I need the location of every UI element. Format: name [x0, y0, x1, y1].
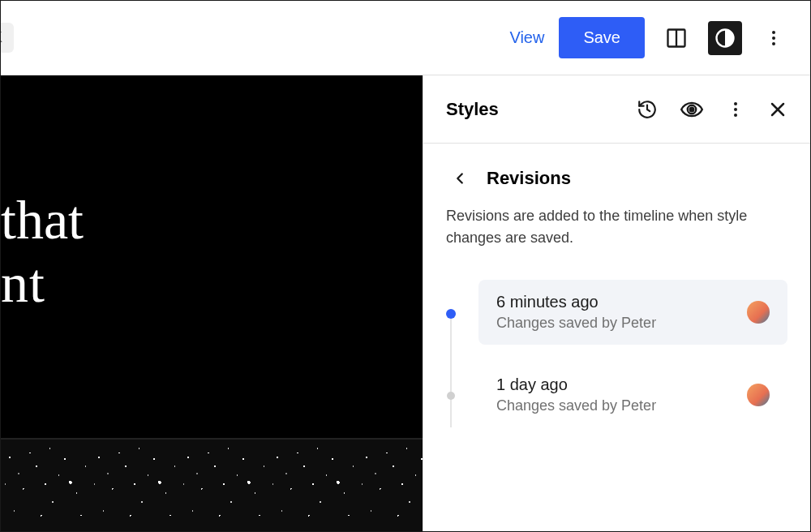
revision-time: 1 day ago	[496, 375, 736, 394]
revision-card[interactable]: 6 minutes ago Changes saved by Peter	[478, 280, 787, 345]
revision-author: Changes saved by Peter	[496, 315, 736, 332]
topbar-right: View Save	[509, 17, 791, 58]
panel-description: Revisions are added to the timeline when…	[446, 205, 787, 249]
svg-point-9	[734, 114, 737, 117]
sidebar-title: Styles	[446, 99, 637, 120]
revisions-timeline: 6 minutes ago Changes saved by Peter 1 d…	[446, 280, 787, 427]
top-toolbar: K View Save	[1, 1, 810, 75]
sidebar-header: Styles	[423, 75, 810, 144]
svg-point-7	[734, 102, 737, 105]
more-options-icon[interactable]	[757, 21, 791, 55]
svg-point-3	[772, 31, 775, 34]
svg-point-6	[689, 106, 695, 112]
revision-card[interactable]: 1 day ago Changes saved by Peter	[478, 363, 787, 427]
revision-author: Changes saved by Peter	[496, 397, 736, 414]
view-link[interactable]: View	[509, 28, 544, 47]
revision-text: 1 day ago Changes saved by Peter	[496, 375, 736, 414]
revisions-history-icon[interactable]	[637, 99, 658, 120]
svg-point-4	[772, 36, 775, 40]
revision-item[interactable]: 6 minutes ago Changes saved by Peter	[478, 280, 787, 345]
svg-point-8	[734, 108, 737, 111]
sidebar-header-actions	[637, 98, 787, 121]
canvas-line-2: nt	[1, 252, 45, 314]
sidebar-more-icon[interactable]	[726, 100, 745, 119]
eye-icon[interactable]	[680, 98, 703, 121]
back-icon[interactable]	[451, 169, 469, 187]
revision-time: 6 minutes ago	[496, 293, 736, 311]
avatar	[747, 384, 770, 406]
panel-toggle-icon[interactable]	[659, 21, 693, 55]
avatar	[747, 301, 770, 324]
canvas-texture-image	[1, 438, 423, 531]
main-area: that nt Styles	[1, 75, 810, 531]
keyboard-shortcut-pill[interactable]: K	[0, 23, 14, 53]
canvas-line-1: that	[1, 189, 84, 251]
topbar-left: K	[1, 23, 14, 53]
canvas-heading: that nt	[1, 189, 84, 315]
timeline-dot-icon	[446, 309, 456, 319]
contrast-icon[interactable]	[708, 21, 742, 55]
panel-title: Revisions	[487, 168, 571, 189]
panel-title-row: Revisions	[446, 168, 787, 189]
svg-point-5	[772, 42, 775, 45]
editor-canvas[interactable]: that nt	[1, 75, 423, 531]
revision-item[interactable]: 1 day ago Changes saved by Peter	[478, 363, 787, 427]
save-button[interactable]: Save	[559, 17, 645, 58]
timeline-line	[450, 314, 452, 427]
styles-sidebar: Styles Revision	[423, 75, 810, 531]
revisions-panel: Revisions Revisions are added to the tim…	[423, 144, 810, 470]
revision-text: 6 minutes ago Changes saved by Peter	[496, 293, 736, 332]
close-icon[interactable]	[768, 100, 787, 119]
timeline-dot-icon	[447, 392, 455, 400]
